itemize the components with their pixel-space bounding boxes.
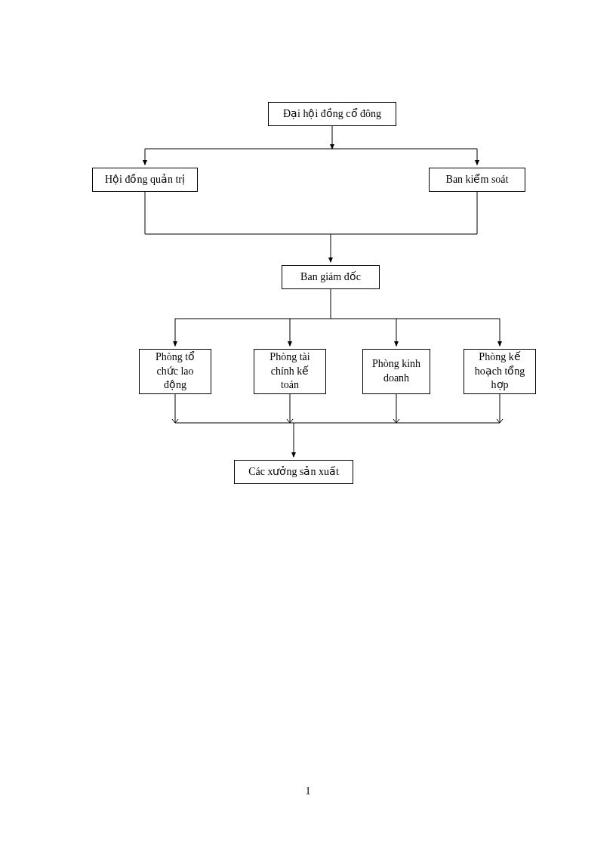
node-label: Phòng kế hoạch tổng hợp <box>470 350 529 393</box>
node-label: Ban kiểm soát <box>446 173 509 187</box>
node-workshops: Các xưởng sản xuất <box>234 460 353 484</box>
node-shareholders: Đại hội đồng cổ đông <box>268 102 396 126</box>
page-number-text: 1 <box>306 785 311 797</box>
node-label: Ban giám đốc <box>300 270 361 285</box>
node-label: Phòng tổ chức lao động <box>146 350 205 393</box>
node-label: Phòng tài chính kế toán <box>260 350 319 393</box>
node-dept-planning: Phòng kế hoạch tổng hợp <box>464 349 536 394</box>
node-supervisory: Ban kiểm soát <box>429 168 525 192</box>
page-number: 1 <box>0 785 616 797</box>
node-board: Hội đồng quản trị <box>92 168 198 192</box>
node-label: Phòng kinh doanh <box>369 357 424 386</box>
node-dept-business: Phòng kinh doanh <box>362 349 430 394</box>
node-dept-hr: Phòng tổ chức lao động <box>139 349 211 394</box>
node-label: Đại hội đồng cổ đông <box>283 107 381 122</box>
node-dept-finance: Phòng tài chính kế toán <box>254 349 326 394</box>
connector-svg <box>0 0 616 848</box>
node-directors: Ban giám đốc <box>282 265 380 289</box>
node-label: Các xưởng sản xuất <box>248 465 339 480</box>
node-label: Hội đồng quản trị <box>105 173 185 187</box>
